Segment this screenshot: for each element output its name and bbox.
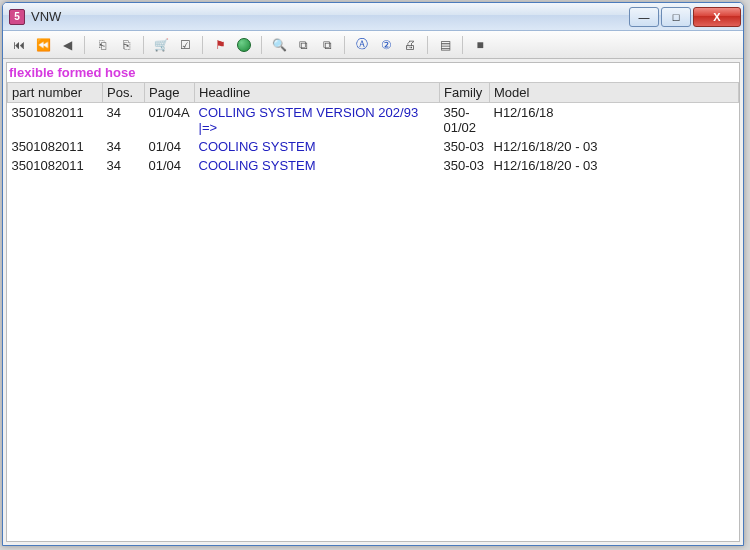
cell-pos: 34: [103, 156, 145, 175]
cell-page: 01/04: [145, 156, 195, 175]
toolbar: ⏮ ⏪ ◀ ⎗ ⎘ 🛒 ☑ ⚑ 🔍 ⧉ ⧉ Ⓐ ② 🖨 ▤ ■: [3, 31, 743, 59]
col-page[interactable]: Page: [145, 83, 195, 103]
checklist-icon[interactable]: ☑: [175, 35, 195, 55]
zoom-icon[interactable]: 🔍: [269, 35, 289, 55]
maximize-button[interactable]: □: [661, 7, 691, 27]
app-icon: 5: [9, 9, 25, 25]
app-window: 5 VNW — □ X ⏮ ⏪ ◀ ⎗ ⎘ 🛒 ☑ ⚑ 🔍 ⧉ ⧉ Ⓐ ② 🖨 …: [2, 2, 744, 546]
window-buttons: — □ X: [627, 7, 741, 27]
flag-icon[interactable]: ⚑: [210, 35, 230, 55]
print-icon[interactable]: 🖨: [400, 35, 420, 55]
cell-pos: 34: [103, 103, 145, 138]
page-back-icon[interactable]: ⧉: [293, 35, 313, 55]
bookmark-next-icon[interactable]: ⎘: [116, 35, 136, 55]
toolbar-separator: [462, 36, 463, 54]
toolbar-separator: [427, 36, 428, 54]
close-button[interactable]: X: [693, 7, 741, 27]
col-headline[interactable]: Headline: [195, 83, 440, 103]
cell-part-number: 3501082011: [8, 156, 103, 175]
cell-part-number: 3501082011: [8, 137, 103, 156]
toolbar-separator: [344, 36, 345, 54]
col-part-number[interactable]: part number: [8, 83, 103, 103]
table-row[interactable]: 3501082011 34 01/04 COOLING SYSTEM 350-0…: [8, 137, 739, 156]
content-area: flexible formed hose part number Pos. Pa…: [6, 62, 740, 542]
cell-model: H12/16/18/20 - 03: [490, 156, 739, 175]
table-row[interactable]: 3501082011 34 01/04 COOLING SYSTEM 350-0…: [8, 156, 739, 175]
cell-family: 350-03: [440, 156, 490, 175]
stop-icon[interactable]: ■: [470, 35, 490, 55]
cell-headline-link[interactable]: COOLING SYSTEM: [195, 156, 440, 175]
toolbar-separator: [202, 36, 203, 54]
table-row[interactable]: 3501082011 34 01/04A COLLING SYSTEM VERS…: [8, 103, 739, 138]
table-header-row: part number Pos. Page Headline Family Mo…: [8, 83, 739, 103]
col-pos[interactable]: Pos.: [103, 83, 145, 103]
page-forward-icon[interactable]: ⧉: [317, 35, 337, 55]
globe-icon[interactable]: [234, 35, 254, 55]
document-icon[interactable]: ▤: [435, 35, 455, 55]
toolbar-separator: [261, 36, 262, 54]
cell-headline-link[interactable]: COLLING SYSTEM VERSION 202/93 |=>: [195, 103, 440, 138]
cell-model: H12/16/18/20 - 03: [490, 137, 739, 156]
first-record-icon[interactable]: ⏮: [9, 35, 29, 55]
minimize-button[interactable]: —: [629, 7, 659, 27]
toolbar-separator: [84, 36, 85, 54]
col-family[interactable]: Family: [440, 83, 490, 103]
cell-pos: 34: [103, 137, 145, 156]
prev-record-icon[interactable]: ◀: [57, 35, 77, 55]
cell-family: 350-03: [440, 137, 490, 156]
cell-page: 01/04A: [145, 103, 195, 138]
cell-model: H12/16/18: [490, 103, 739, 138]
bookmark-prev-icon[interactable]: ⎗: [92, 35, 112, 55]
circle-2-icon[interactable]: ②: [376, 35, 396, 55]
col-model[interactable]: Model: [490, 83, 739, 103]
subtitle-label: flexible formed hose: [7, 63, 739, 82]
cart-icon[interactable]: 🛒: [151, 35, 171, 55]
circle-a-icon[interactable]: Ⓐ: [352, 35, 372, 55]
cell-headline-link[interactable]: COOLING SYSTEM: [195, 137, 440, 156]
prev-page-icon[interactable]: ⏪: [33, 35, 53, 55]
cell-family: 350-01/02: [440, 103, 490, 138]
results-table: part number Pos. Page Headline Family Mo…: [7, 82, 739, 175]
cell-page: 01/04: [145, 137, 195, 156]
titlebar[interactable]: 5 VNW — □ X: [3, 3, 743, 31]
window-title: VNW: [31, 9, 61, 24]
cell-part-number: 3501082011: [8, 103, 103, 138]
toolbar-separator: [143, 36, 144, 54]
